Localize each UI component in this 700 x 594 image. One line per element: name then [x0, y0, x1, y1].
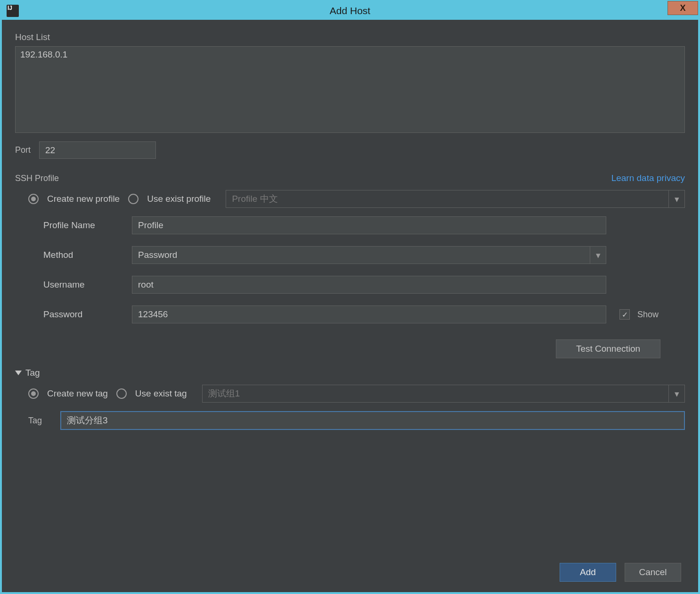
- profile-name-input[interactable]: [132, 216, 606, 234]
- password-input[interactable]: [132, 305, 606, 323]
- exist-tag-combo-value: 测试组1: [208, 388, 240, 400]
- window-title: Add Host: [330, 5, 370, 16]
- triangle-down-icon: [15, 371, 22, 375]
- port-label: Port: [15, 145, 31, 155]
- show-password-checkbox[interactable]: ✓: [619, 309, 630, 320]
- dialog-footer: Add Cancel: [560, 563, 681, 582]
- tag-input[interactable]: [60, 411, 685, 430]
- hostlist-label: Host List: [15, 32, 685, 42]
- password-label: Password: [43, 309, 127, 320]
- chevron-down-icon: ▾: [668, 190, 684, 207]
- radio-exist-tag[interactable]: [116, 388, 127, 399]
- port-input[interactable]: [39, 141, 156, 159]
- show-password-label: Show: [637, 310, 659, 320]
- method-label: Method: [43, 250, 127, 260]
- tag-field-label: Tag: [28, 416, 51, 426]
- profile-name-label: Profile Name: [43, 220, 127, 231]
- radio-create-tag[interactable]: [28, 388, 39, 399]
- method-select[interactable]: Password ▾: [132, 246, 606, 264]
- radio-create-tag-label: Create new tag: [47, 388, 108, 399]
- tag-section-label: Tag: [25, 368, 40, 378]
- app-icon: IJ: [7, 5, 19, 17]
- method-select-value: Password: [138, 250, 177, 260]
- exist-profile-combo[interactable]: Profile 中文 ▾: [226, 190, 685, 208]
- add-button[interactable]: Add: [560, 563, 616, 582]
- dialog-content: Host List 192.168.0.1 Port SSH Profile L…: [2, 20, 698, 439]
- chevron-down-icon: ▾: [668, 385, 684, 402]
- titlebar: IJ Add Host X: [2, 2, 698, 20]
- dialog-window: IJ Add Host X Host List 192.168.0.1 Port…: [0, 0, 700, 594]
- radio-create-profile-label: Create new profile: [47, 194, 120, 204]
- close-icon: X: [680, 3, 685, 13]
- exist-tag-combo[interactable]: 测试组1 ▾: [202, 385, 685, 403]
- close-button[interactable]: X: [667, 1, 698, 15]
- username-input[interactable]: [132, 276, 606, 294]
- radio-exist-tag-label: Use exist tag: [135, 388, 187, 399]
- radio-create-profile[interactable]: [28, 194, 39, 204]
- checkmark-icon: ✓: [622, 310, 628, 319]
- username-label: Username: [43, 280, 127, 290]
- radio-exist-profile-label: Use exist profile: [147, 194, 211, 204]
- exist-profile-combo-value: Profile 中文: [232, 193, 277, 205]
- hostlist-textarea[interactable]: 192.168.0.1: [15, 46, 685, 133]
- radio-exist-profile[interactable]: [128, 194, 138, 204]
- ssh-profile-label: SSH Profile: [15, 173, 59, 183]
- cancel-button[interactable]: Cancel: [625, 563, 681, 582]
- learn-privacy-link[interactable]: Learn data privacy: [611, 173, 685, 183]
- test-connection-button[interactable]: Test Connection: [556, 339, 660, 358]
- chevron-down-icon: ▾: [590, 247, 606, 264]
- tag-section-toggle[interactable]: Tag: [15, 368, 685, 378]
